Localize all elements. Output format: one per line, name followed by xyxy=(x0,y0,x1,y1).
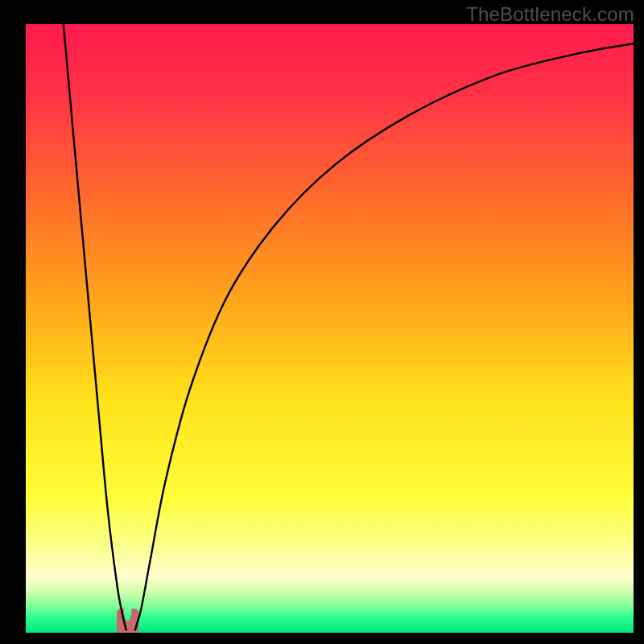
curve-overlay xyxy=(26,24,634,633)
curve-right-branch xyxy=(135,43,634,630)
chart-frame: TheBottleneck.com xyxy=(0,0,644,644)
plot-area xyxy=(26,24,634,633)
curve-left-branch xyxy=(64,24,126,630)
watermark-text: TheBottleneck.com xyxy=(466,3,634,26)
